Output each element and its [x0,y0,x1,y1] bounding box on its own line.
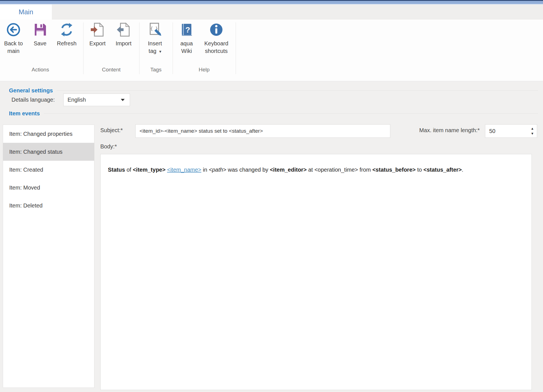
ribbon-separator [83,22,83,74]
body-label: Body:* [100,143,117,150]
ribbon-group-label-actions: Actions [1,67,80,73]
window-titlebar [0,0,543,4]
tab-main[interactable]: Main [0,4,52,20]
spinner-arrows: ▲ ▼ [531,127,534,135]
info-circle-icon [209,22,224,37]
svg-text:?: ? [185,25,190,34]
button-label: Export [89,40,106,47]
spinner-value: 50 [489,128,531,134]
chevron-down-icon [121,99,125,101]
list-item-deleted[interactable]: Item: Deleted [3,197,94,214]
ribbon-tabstrip: Main [0,4,543,20]
body-segment: Status [108,167,125,173]
list-item-moved[interactable]: Item: Moved [3,179,94,197]
button-label: Import [116,40,132,47]
general-settings-section-header: General settings [9,87,538,94]
body-segment: <item_type> [133,167,166,173]
section-title: Item events [9,110,40,117]
body-segment: <path> [209,167,226,173]
button-label: Back tomain [4,40,23,55]
ribbon-group-label-help: Help [173,67,236,73]
subject-label: Subject:* [100,127,123,134]
button-label: Keyboardshortcuts [204,40,228,55]
save-floppy-icon [33,22,47,37]
import-page-icon [116,22,131,37]
body-segment: <operation_time> [314,167,358,173]
button-label: Save [34,40,47,47]
body-segment: <status_after> [423,167,462,173]
dropdown-value: English [68,97,121,103]
button-label: Refresh [57,40,76,47]
body-editor[interactable]: Status of <item_type> <item_name> in <pa… [100,154,532,390]
refresh-sync-icon [59,22,74,37]
spinner-down-icon[interactable]: ▼ [531,132,534,135]
chevron-down-icon[interactable]: ▾ [159,49,161,54]
ribbon-separator [236,22,236,74]
section-rule [57,90,538,91]
body-segment: . [462,167,463,173]
item-name-link[interactable]: <item_name> [167,167,201,173]
list-item-created[interactable]: Item: Created [3,161,94,179]
max-item-name-length-label: Max. item name length:* [403,127,480,134]
item-events-list: Item: Changed properties Item: Changed s… [3,125,94,388]
section-title: General settings [9,87,53,94]
spinner-up-icon[interactable]: ▲ [531,127,534,130]
insert-tag-icon: { } [148,22,162,37]
button-label: aquaWiki [180,40,193,55]
list-item-changed-properties[interactable]: Item: Changed properties [3,125,94,143]
body-segment: <status_before> [372,167,416,173]
body-segment: from [358,167,372,173]
subject-input[interactable] [135,124,390,138]
body-segment: was changed by [226,167,270,173]
body-segment: to [416,167,423,173]
details-language-dropdown[interactable]: English [63,94,130,106]
body-segment: at [307,167,314,173]
body-segment: in [201,167,209,173]
content-area: General settings Details language: Engli… [0,81,543,392]
ribbon-group-label-tags: Tags [139,67,173,73]
section-rule [44,113,538,114]
body-segment: of [125,167,133,173]
wiki-book-icon: ? [179,22,194,37]
button-label: Inserttag▾ [148,40,162,55]
export-page-icon [90,22,105,37]
item-events-section-header: Item events [9,110,538,117]
details-language-label: Details language: [11,97,55,103]
list-item-changed-status[interactable]: Item: Changed status [3,143,94,161]
ribbon: Back tomain Save Refresh Export Im [0,20,543,81]
app-window: Main Back tomain Save Refresh Ex [0,0,543,392]
back-arrow-icon [6,22,21,37]
ribbon-group-label-content: Content [86,67,137,73]
max-item-name-length-spinner[interactable]: 50 ▲ ▼ [485,124,537,138]
body-segment: <item_editor> [270,167,307,173]
